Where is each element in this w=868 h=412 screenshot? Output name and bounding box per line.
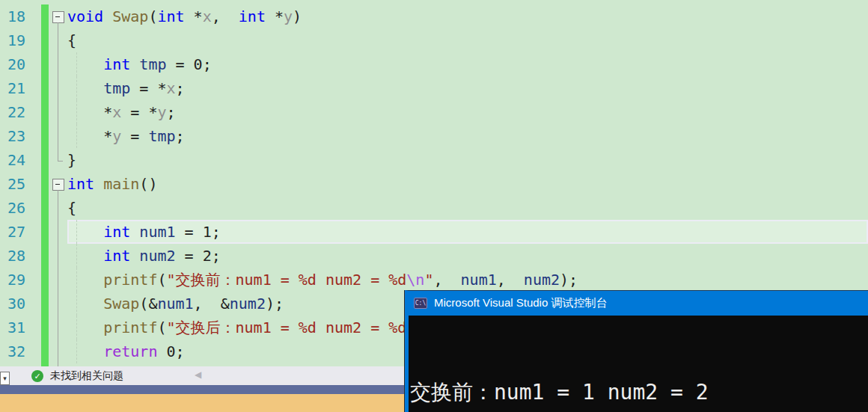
code-text[interactable]: *x = *y;: [67, 100, 868, 124]
fold-guide-line: [49, 148, 67, 172]
fold-guide-line: [49, 220, 67, 244]
token-kw: int: [103, 55, 130, 73]
code-line[interactable]: 18void Swap(int *x, int *y): [0, 4, 868, 28]
token-pl: *: [67, 103, 112, 121]
code-text[interactable]: int main(): [67, 172, 868, 196]
code-line[interactable]: 23 *y = tmp;: [0, 124, 868, 148]
code-text[interactable]: int num2 = 2;: [67, 244, 868, 268]
token-pl: ,: [212, 7, 239, 25]
token-pl: (: [157, 319, 166, 336]
code-line[interactable]: 27 int num1 = 1;: [0, 220, 868, 244]
code-text[interactable]: int num1 = 1;: [67, 220, 868, 244]
console-output[interactable]: 交换前：num1 = 1 num2 = 2 交换后：num1 = 2 num2 …: [409, 316, 868, 412]
line-number: 22: [0, 100, 41, 124]
line-number: 21: [0, 76, 41, 100]
line-number: 28: [0, 244, 41, 268]
console-title: Microsoft Visual Studio 调试控制台: [434, 296, 607, 310]
code-text[interactable]: void Swap(int *x, int *y): [67, 4, 868, 28]
check-circle-icon[interactable]: ✓: [31, 370, 43, 382]
code-text[interactable]: int tmp = 0;: [67, 52, 868, 76]
line-number: 18: [0, 4, 41, 28]
token-param: y: [284, 7, 293, 25]
console-title-bar[interactable]: C:\ Microsoft Visual Studio 调试控制台: [409, 291, 868, 316]
token-pl: [67, 319, 103, 336]
code-text[interactable]: tmp = *x;: [67, 76, 868, 100]
console-output-line: 交换前：num1 = 1 num2 = 2: [410, 378, 868, 408]
line-number: 32: [0, 339, 41, 363]
vs-window: 18void Swap(int *x, int *y)19{20 int tmp…: [0, 0, 868, 412]
fold-guide-line: [49, 124, 67, 148]
token-pl: (: [148, 7, 157, 25]
token-kw: int: [67, 175, 94, 193]
token-pl: (&: [139, 295, 157, 313]
change-tracking-bar: [41, 172, 49, 196]
change-tracking-bar: [41, 292, 49, 316]
code-line[interactable]: 19{: [0, 28, 868, 52]
line-number: 24: [0, 148, 41, 172]
code-line[interactable]: 29 printf("交换前：num1 = %d num2 = %d\n", n…: [0, 268, 868, 292]
token-pl: *: [67, 127, 112, 145]
code-line[interactable]: 21 tmp = *x;: [0, 76, 868, 100]
token-fn: main: [103, 175, 139, 193]
fold-guide-line: [49, 76, 67, 100]
code-line[interactable]: 28 int num2 = 2;: [0, 244, 868, 268]
scrollbar-left-arrow-icon[interactable]: ◀: [195, 369, 201, 380]
code-line[interactable]: 24}: [0, 148, 868, 172]
code-line[interactable]: 25int main(): [0, 172, 868, 196]
token-pl: 0;: [157, 342, 184, 360]
token-var: num1: [461, 271, 497, 289]
token-var: tmp: [103, 79, 130, 97]
token-var: num1: [139, 223, 175, 241]
token-pl: ,: [497, 271, 524, 289]
token-pl: [130, 223, 139, 241]
line-number: 27: [0, 220, 41, 244]
change-tracking-bar: [41, 316, 49, 339]
line-number: 31: [0, 316, 41, 339]
fold-guide-line: [49, 100, 67, 124]
token-kw: int: [157, 7, 184, 25]
code-text[interactable]: *y = tmp;: [67, 124, 868, 148]
token-pl: =: [121, 127, 148, 145]
token-kwc: return: [103, 342, 157, 360]
code-text[interactable]: printf("交换前：num1 = %d num2 = %d\n", num1…: [67, 268, 868, 292]
change-tracking-bar: [41, 339, 49, 363]
change-tracking-bar: [41, 28, 49, 52]
code-line[interactable]: 22 *x = *y;: [0, 100, 868, 124]
token-pl: = *: [130, 79, 166, 97]
code-text[interactable]: {: [67, 196, 868, 220]
code-line[interactable]: 20 int tmp = 0;: [0, 52, 868, 76]
change-tracking-bar: [41, 220, 49, 244]
code-text[interactable]: }: [67, 148, 868, 172]
token-pl: [67, 223, 103, 241]
token-pl: ;: [176, 127, 185, 145]
token-var: num2: [230, 295, 266, 313]
token-pl: ;: [176, 79, 185, 97]
change-tracking-bar: [41, 100, 49, 124]
debug-console-window[interactable]: C:\ Microsoft Visual Studio 调试控制台 交换前：nu…: [405, 290, 868, 412]
line-number: 30: [0, 292, 41, 316]
token-pl: [103, 7, 112, 25]
token-fn: Swap: [112, 7, 148, 25]
token-pl: );: [266, 295, 284, 313]
line-number: 20: [0, 52, 41, 76]
token-str: ": [424, 271, 433, 289]
token-var: num2: [524, 271, 560, 289]
chevron-down-icon[interactable]: ▾: [0, 372, 10, 385]
change-tracking-bar: [41, 76, 49, 100]
token-var: tmp: [139, 55, 166, 73]
fold-collapse-icon[interactable]: [49, 172, 67, 196]
code-text[interactable]: {: [67, 28, 868, 52]
fold-guide-line: [49, 28, 67, 52]
code-line[interactable]: 26{: [0, 196, 868, 220]
fold-collapse-icon[interactable]: [49, 4, 67, 28]
fold-guide-line: [49, 292, 67, 316]
change-tracking-bar: [41, 244, 49, 268]
token-pl: , &: [194, 295, 230, 313]
token-pl: = *: [121, 103, 157, 121]
token-pl: [130, 247, 139, 265]
token-pl: {: [67, 31, 76, 49]
token-pl: = 0;: [166, 55, 211, 73]
change-tracking-bar: [41, 148, 49, 172]
change-tracking-bar: [41, 196, 49, 220]
token-pl: = 2;: [176, 247, 221, 265]
